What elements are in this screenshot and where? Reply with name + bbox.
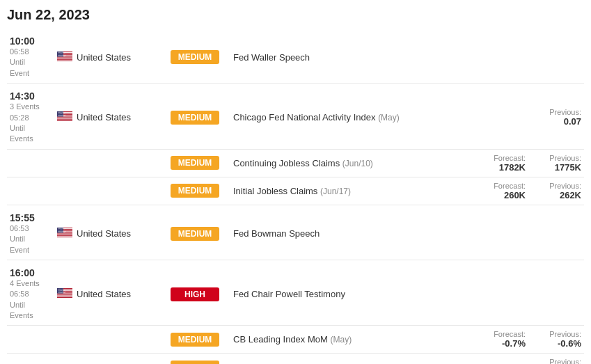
time-cell: 16:00 4 Events06:58UntilEvents	[7, 260, 54, 326]
forecast-value: -0.7%	[475, 338, 526, 349]
forecast-cell: Forecast: 260K	[473, 177, 528, 205]
country-name: United States	[77, 228, 131, 239]
event-name: Fed Chair Powell Testimony	[233, 289, 345, 299]
event-name: Fed Bowman Speech	[233, 228, 320, 239]
forecast-value: 260K	[475, 190, 526, 200]
table-row: 16:00 4 Events06:58UntilEvents ★★★★★★ ★★…	[7, 260, 584, 326]
impact-cell: HIGH	[168, 260, 230, 326]
country-name: United States	[77, 112, 131, 122]
event-name: Continuing Jobless Claims	[233, 158, 340, 168]
flag-icon: ★★★★★★ ★★★★★ ★★★★★★ ★★★★★	[57, 288, 72, 300]
time-sub: 06:58UntilEvent	[10, 47, 52, 79]
svg-rect-64	[57, 296, 72, 296]
event-period: (Jun/17)	[320, 187, 351, 196]
forecast-label: Forecast:	[475, 182, 526, 190]
forecast-label: Forecast:	[475, 154, 526, 162]
previous-label: Previous:	[531, 108, 581, 116]
table-row: 15:55 06:53UntilEvent ★★★★★★ ★★★★★ ★★★★★…	[7, 205, 584, 260]
event-period: (May)	[378, 113, 400, 122]
impact-cell: MEDIUM	[168, 149, 230, 177]
previous-value: -0.6%	[531, 338, 581, 349]
svg-rect-11	[57, 59, 72, 60]
impact-badge: MEDIUM	[171, 156, 219, 170]
event-name-cell: Continuing Jobless Claims (Jun/10)	[230, 149, 473, 177]
svg-rect-47	[57, 236, 72, 237]
table-row: MEDIUMContinuing Jobless Claims (Jun/10)…	[7, 149, 584, 177]
forecast-label: Forecast:	[475, 330, 526, 338]
previous-label: Previous:	[531, 182, 581, 190]
svg-rect-43	[57, 233, 72, 234]
previous-cell: Previous: 0.07	[528, 84, 584, 150]
country-cell: ★★★★★★ ★★★★★ ★★★★★★ ★★★★★ United States	[54, 31, 168, 84]
previous-cell	[528, 260, 584, 326]
svg-rect-65	[57, 296, 72, 297]
event-name: Chicago Fed National Activity Index	[233, 112, 376, 122]
previous-label: Previous:	[531, 330, 581, 338]
event-name-cell: Fed Waller Speech	[230, 31, 473, 84]
forecast-cell	[473, 354, 528, 364]
time-sub: 3 Events05:28UntilEvents	[10, 102, 52, 145]
flag-icon: ★★★★★★ ★★★★★ ★★★★★★ ★★★★★	[57, 111, 72, 123]
svg-rect-44	[57, 234, 72, 235]
previous-label: Previous:	[531, 358, 581, 364]
flag-icon: ★★★★★★ ★★★★★ ★★★★★★ ★★★★★	[57, 52, 72, 63]
time-cell	[7, 354, 54, 364]
svg-rect-29	[57, 120, 72, 120]
forecast-cell	[473, 260, 528, 326]
events-table: 10:00 06:58UntilEvent ★★★★★★ ★★★★★ ★★★★★…	[7, 31, 584, 364]
previous-cell	[528, 31, 584, 84]
country-cell	[54, 354, 168, 364]
event-name: Initial Jobless Claims	[233, 186, 317, 196]
svg-rect-45	[57, 235, 72, 235]
time-value: 14:30	[10, 90, 52, 102]
event-name-cell: Chicago Fed National Activity Index (May…	[230, 84, 473, 150]
forecast-cell: Forecast: -0.7%	[473, 326, 528, 354]
svg-rect-28	[57, 119, 72, 120]
previous-cell: Previous: -0.6%	[528, 326, 584, 354]
country-cell: ★★★★★★ ★★★★★ ★★★★★★ ★★★★★ United States	[54, 84, 168, 150]
time-sub: 06:53UntilEvent	[10, 223, 52, 255]
svg-rect-9	[57, 58, 72, 58]
svg-rect-27	[57, 118, 72, 119]
time-value: 15:55	[10, 212, 52, 223]
svg-rect-62	[57, 294, 72, 295]
previous-cell: Previous: -3.4%	[528, 354, 584, 364]
svg-rect-66	[57, 297, 72, 298]
forecast-value: 1782K	[475, 162, 526, 173]
svg-rect-12	[57, 60, 72, 61]
impact-cell: MEDIUM	[168, 31, 230, 84]
table-row: 14:30 3 Events05:28UntilEvents ★★★★★★ ★★…	[7, 84, 584, 150]
flag-icon: ★★★★★★ ★★★★★ ★★★★★★ ★★★★★	[57, 228, 72, 239]
event-name: Fed Waller Speech	[233, 52, 310, 63]
previous-value: 1775K	[531, 162, 581, 173]
impact-cell: MEDIUM	[168, 354, 230, 364]
svg-rect-46	[57, 235, 72, 236]
previous-value: 0.07	[531, 116, 581, 127]
impact-badge: MEDIUM	[171, 361, 219, 364]
time-cell	[7, 149, 54, 177]
event-name-cell: Initial Jobless Claims (Jun/17)	[230, 177, 473, 205]
forecast-cell: Forecast: 1782K	[473, 149, 528, 177]
impact-cell: MEDIUM	[168, 177, 230, 205]
time-cell: 15:55 06:53UntilEvent	[7, 205, 54, 260]
impact-cell: MEDIUM	[168, 205, 230, 260]
impact-badge: MEDIUM	[171, 333, 219, 347]
forecast-cell	[473, 205, 528, 260]
previous-cell: Previous: 1775K	[528, 149, 584, 177]
time-sub: 4 Events06:58UntilEvents	[10, 278, 52, 322]
country-cell: ★★★★★★ ★★★★★ ★★★★★★ ★★★★★ United States	[54, 260, 168, 326]
event-name-cell: Fed Bowman Speech	[230, 205, 473, 260]
svg-rect-61	[57, 294, 72, 294]
event-name-cell: CB Leading Index MoM (May)	[230, 326, 473, 354]
table-row: MEDIUMExisting Home Sales MoM (May)Previ…	[7, 354, 584, 364]
svg-rect-63	[57, 295, 72, 296]
event-name-cell: Existing Home Sales MoM (May)	[230, 354, 473, 364]
impact-badge: MEDIUM	[171, 227, 219, 241]
time-value: 10:00	[10, 35, 52, 47]
table-row: MEDIUMInitial Jobless Claims (Jun/17)For…	[7, 177, 584, 205]
time-cell	[7, 326, 54, 354]
forecast-cell	[473, 84, 528, 150]
impact-badge: MEDIUM	[171, 50, 219, 64]
previous-cell: Previous: 262K	[528, 177, 584, 205]
svg-rect-48	[57, 237, 72, 237]
